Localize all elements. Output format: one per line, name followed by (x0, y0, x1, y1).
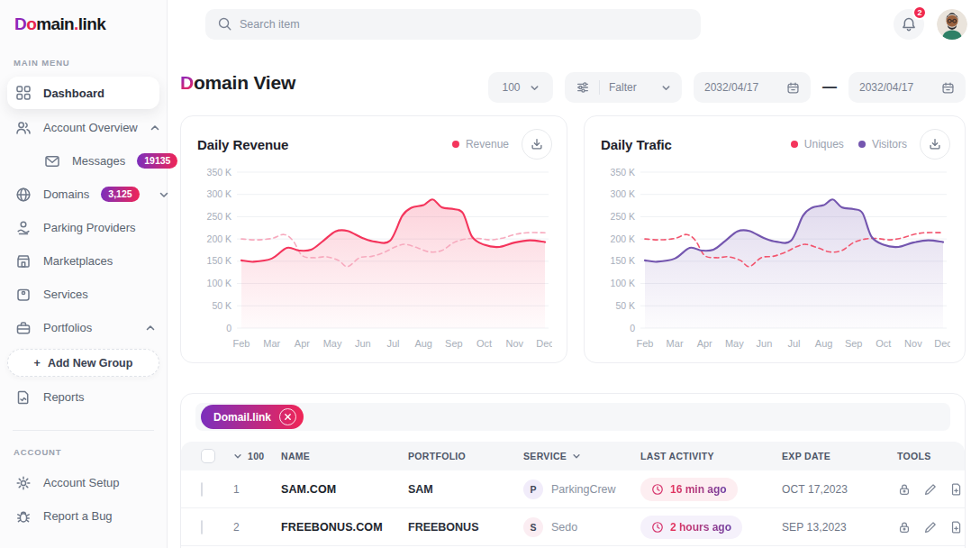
chart-legend: Uniques Visitors (791, 138, 907, 151)
chart-title: Daily Trafic (601, 137, 672, 152)
calendar-icon (941, 81, 955, 95)
file-add-icon[interactable] (949, 520, 964, 534)
add-new-group-label: Add New Group (48, 357, 132, 370)
svg-text:350 K: 350 K (207, 167, 231, 178)
svg-text:300 K: 300 K (611, 188, 635, 199)
svg-text:Oct: Oct (476, 338, 492, 349)
service-name: Sedo (551, 521, 577, 534)
notifications-button[interactable]: 2 (894, 9, 924, 40)
sidebar-item-parking-providers[interactable]: Parking Providers (0, 211, 167, 244)
page-size-select[interactable]: 100 (488, 72, 553, 103)
sidebar-item-account-overview[interactable]: Account Overview (0, 111, 167, 144)
chevron-down-icon[interactable] (233, 452, 242, 461)
svg-text:Jun: Jun (757, 338, 773, 349)
table-row: 2 FREEBONUS.COM FREEBONUS S Sedo 2 hours… (181, 508, 965, 546)
column-last-activity[interactable]: LAST ACTIVITY (640, 451, 782, 461)
exp-date: SEP 13,2023 (782, 521, 890, 534)
legend-label: Revenue (466, 138, 509, 151)
legend-label: Visitors (872, 138, 907, 151)
svg-text:Apr: Apr (697, 338, 712, 349)
sidebar-item-marketplaces[interactable]: Marketplaces (0, 244, 167, 278)
daily-traffic-card: Daily Trafic Uniques Visitors 350 K300 K… (584, 115, 966, 363)
svg-text:Sep: Sep (845, 338, 863, 349)
package-icon (15, 287, 32, 303)
date-from-picker[interactable]: 2032/04/17 (694, 72, 811, 103)
date-range-separator: — (822, 79, 837, 96)
column-portfolio[interactable]: PORTFOLIO (408, 451, 523, 461)
svg-text:Feb: Feb (637, 338, 654, 349)
title-gradient-letter: D (180, 72, 194, 93)
column-exp-date[interactable]: EXP DATE (782, 451, 890, 461)
svg-text:Sep: Sep (445, 338, 463, 349)
svg-text:Mar: Mar (667, 338, 684, 349)
sidebar-item-reports[interactable]: Reports (0, 380, 167, 414)
app-root: Domain.link MAIN MENU Dashboard Account … (0, 0, 980, 548)
header-count: 100 (248, 451, 264, 461)
avatar[interactable] (937, 9, 967, 40)
lock-icon[interactable] (897, 520, 912, 534)
svg-text:0: 0 (630, 323, 635, 333)
clock-icon (651, 521, 664, 534)
service-name: ParkingCrew (551, 483, 616, 496)
close-icon[interactable] (279, 408, 296, 425)
svg-text:Dec: Dec (536, 338, 552, 349)
chevron-up-icon[interactable] (145, 323, 156, 333)
filter-dropdown[interactable]: Falter (565, 72, 682, 103)
logo[interactable]: Domain.link (0, 0, 167, 34)
column-service[interactable]: SERVICE (523, 451, 640, 461)
svg-text:Nov: Nov (506, 338, 524, 349)
bell-icon (901, 16, 917, 32)
svg-text:200 K: 200 K (611, 233, 635, 244)
date-to-picker[interactable]: 2032/04/17 (848, 72, 966, 103)
gear-icon (15, 475, 32, 491)
filter-label: Falter (609, 81, 637, 94)
edit-icon[interactable] (923, 520, 938, 534)
main-area: 2 Domain View 100 Falter 2032/04/17 — (168, 0, 980, 548)
envelope-icon (44, 153, 60, 169)
svg-text:300 K: 300 K (207, 188, 231, 199)
logo-letter-d: D (14, 14, 26, 33)
sidebar-item-portfolios[interactable]: Portfolios (0, 311, 167, 344)
download-icon (928, 137, 942, 151)
sidebar-item-account-setup[interactable]: Account Setup (0, 466, 167, 499)
select-all-checkbox[interactable] (201, 449, 215, 463)
sidebar-item-label: Account Overview (43, 121, 138, 134)
domain-name[interactable]: SAM.COM (281, 483, 408, 496)
svg-text:0: 0 (226, 323, 231, 333)
chevron-up-icon[interactable] (150, 123, 160, 133)
daily-traffic-chart: 350 K300 K250 K200 K150 K100 K50 K0FebMa… (601, 161, 950, 353)
file-add-icon[interactable] (949, 482, 964, 497)
active-filter-bar: Domail.link (195, 403, 950, 431)
sidebar: Domain.link MAIN MENU Dashboard Account … (0, 0, 168, 548)
sidebar-item-messages[interactable]: Messages 19135 (0, 144, 167, 178)
sidebar-item-dashboard[interactable]: Dashboard (7, 77, 159, 109)
svg-text:50 K: 50 K (615, 300, 635, 311)
service-avatar: S (523, 517, 543, 537)
sidebar-nav: Dashboard Account Overview Messages 1913… (0, 77, 167, 414)
svg-text:Feb: Feb (233, 338, 250, 349)
sidebar-item-domains[interactable]: Domains 3,125 (0, 178, 167, 211)
filter-tag[interactable]: Domail.link (201, 405, 304, 429)
logo-letter-o: o (26, 14, 36, 33)
page-title: Domain View (180, 72, 295, 94)
download-button[interactable] (920, 129, 950, 160)
svg-text:Dec: Dec (934, 338, 950, 349)
search-input[interactable] (205, 9, 701, 40)
lock-icon[interactable] (897, 482, 912, 497)
sidebar-item-services[interactable]: Services (0, 278, 167, 311)
row-checkbox[interactable] (201, 482, 203, 497)
chart-legend: Revenue (452, 138, 509, 151)
service-cell: P ParkingCrew (523, 480, 640, 499)
sidebar-item-label: Parking Providers (43, 221, 136, 234)
row-checkbox[interactable] (201, 520, 203, 534)
download-button[interactable] (522, 129, 552, 160)
notification-count-badge: 2 (912, 5, 927, 20)
legend-dot (791, 141, 798, 148)
logo-link: link (78, 14, 105, 33)
column-name[interactable]: NAME (281, 451, 408, 461)
sidebar-item-report-a-bug[interactable]: Report a Bug (0, 499, 167, 533)
bug-icon (15, 508, 32, 525)
edit-icon[interactable] (923, 482, 938, 497)
add-new-group-button[interactable]: + Add New Group (7, 349, 159, 377)
domain-name[interactable]: FREEBONUS.COM (281, 521, 408, 534)
